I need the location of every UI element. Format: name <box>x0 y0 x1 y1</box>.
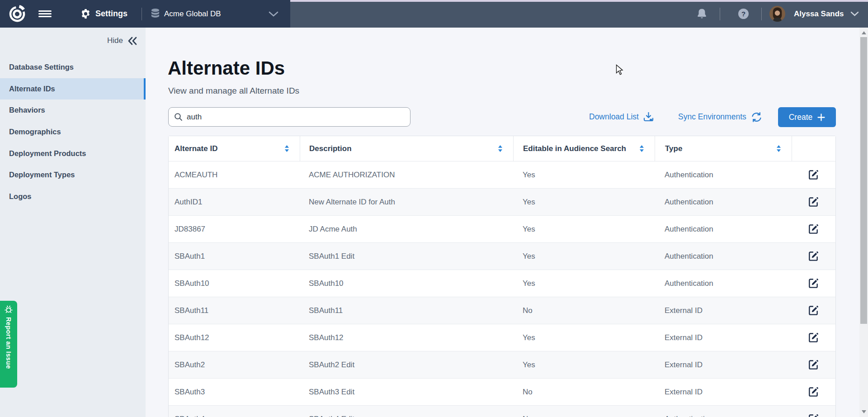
column-header-actions <box>792 136 835 161</box>
description-cell: New Alternate ID for Auth <box>300 189 513 215</box>
database-selector[interactable]: Acme Global DB <box>164 0 221 28</box>
settings-title: Settings <box>95 0 127 28</box>
type-cell: Authentication <box>655 270 792 297</box>
sidebar-item-deployment-products[interactable]: Deployment Products <box>0 142 146 164</box>
description-cell: ACME AUTHORIZATION <box>300 161 513 188</box>
sidebar-item-label: Database Settings <box>9 63 74 71</box>
sort-icon[interactable] <box>776 145 782 152</box>
edit-button[interactable] <box>792 406 835 417</box>
sidebar-item-label: Alternate IDs <box>9 85 55 93</box>
sort-icon[interactable] <box>639 145 645 152</box>
user-avatar[interactable] <box>769 0 785 28</box>
alternate-id-cell: SBAuth4 <box>169 406 300 417</box>
edit-icon <box>808 251 819 262</box>
sidebar-item-label: Demographics <box>9 128 61 136</box>
sidebar-item-behaviors[interactable]: Behaviors <box>0 100 146 121</box>
description-cell: SBAuth4 Edit <box>300 406 513 417</box>
type-cell: Authentication <box>655 243 792 270</box>
user-chevron-down-icon[interactable] <box>850 0 859 28</box>
sync-environments-label: Sync Environments <box>678 112 746 122</box>
download-list-button[interactable]: Download List <box>589 107 654 127</box>
sidebar-item-logos[interactable]: Logos <box>0 186 146 208</box>
column-header-editable[interactable]: Editable in Audience Search <box>513 136 655 161</box>
edit-button[interactable] <box>792 297 835 324</box>
edit-button[interactable] <box>792 270 835 297</box>
download-icon <box>643 112 654 122</box>
column-header-type[interactable]: Type <box>655 136 792 161</box>
alternate-id-cell: SBAuth11 <box>169 297 300 324</box>
bug-icon <box>4 305 13 314</box>
create-button[interactable]: Create <box>778 107 836 127</box>
sort-icon[interactable] <box>284 145 290 152</box>
help-button[interactable]: ? <box>738 0 749 28</box>
hamburger-menu-button[interactable] <box>38 0 52 28</box>
table-row: SBAuth3SBAuth3 EditNoExternal ID <box>169 379 835 406</box>
mouse-cursor <box>616 64 624 77</box>
scrollbar-thumb[interactable] <box>860 37 867 324</box>
edit-button[interactable] <box>792 161 835 188</box>
edit-icon <box>808 359 819 370</box>
editable-cell: No <box>513 297 655 324</box>
table-body: ACMEAUTHACME AUTHORIZATIONYesAuthenticat… <box>169 161 835 417</box>
scrollbar-down-arrow[interactable] <box>862 410 866 413</box>
column-header-alternate-id[interactable]: Alternate ID <box>169 136 300 161</box>
description-cell: SBAuth2 Edit <box>300 351 513 378</box>
editable-cell: No <box>513 406 655 417</box>
plus-icon <box>817 114 825 121</box>
alternate-id-cell: ACMEAUTH <box>169 161 300 188</box>
sidebar-item-alternate-ids[interactable]: Alternate IDs <box>0 78 146 100</box>
search-input[interactable] <box>187 113 405 122</box>
download-list-label: Download List <box>589 112 639 122</box>
report-issue-tab[interactable]: Report an Issue <box>0 301 17 388</box>
description-cell: SBAuth3 Edit <box>300 379 513 405</box>
vertical-scrollbar[interactable] <box>859 28 868 417</box>
alternate-id-cell: AuthID1 <box>169 189 300 215</box>
editable-cell: Yes <box>513 324 655 351</box>
notification-bell-icon[interactable] <box>697 0 707 28</box>
editable-cell: Yes <box>513 351 655 378</box>
edit-icon <box>808 332 819 343</box>
alternate-id-cell: SBAuth12 <box>169 324 300 351</box>
editable-cell: Yes <box>513 243 655 270</box>
create-label: Create <box>789 113 813 122</box>
hide-sidebar-button[interactable]: Hide <box>107 36 137 45</box>
edit-button[interactable] <box>792 243 835 270</box>
table-row: SBAuth2SBAuth2 EditYesExternal ID <box>169 351 835 379</box>
user-name[interactable]: Alyssa Sands <box>794 0 844 28</box>
type-cell: External ID <box>655 379 792 405</box>
table-row: SBAuth10SBAuth10YesAuthentication <box>169 270 835 297</box>
edit-button[interactable] <box>792 379 835 405</box>
sidebar-item-label: Behaviors <box>9 106 45 114</box>
sidebar: Hide Database SettingsAlternate IDsBehav… <box>0 28 146 417</box>
edit-button[interactable] <box>792 324 835 351</box>
edit-icon <box>808 305 819 316</box>
sidebar-item-database-settings[interactable]: Database Settings <box>0 57 146 78</box>
edit-button[interactable] <box>792 216 835 242</box>
editable-cell: Yes <box>513 189 655 215</box>
database-chevron-down-icon[interactable] <box>269 0 278 28</box>
table-row: AuthID1New Alternate ID for AuthYesAuthe… <box>169 189 835 216</box>
table-row: SBAuth4SBAuth4 EditNoAuthentication <box>169 406 835 417</box>
application-window: Settings Acme Global DB ? <box>0 0 868 417</box>
alternate-ids-table: Alternate ID Description Editable in Aud… <box>168 136 836 417</box>
type-cell: Authentication <box>655 189 792 215</box>
report-issue-label: Report an Issue <box>5 317 12 369</box>
scrollbar-up-arrow[interactable] <box>862 31 866 34</box>
column-header-description[interactable]: Description <box>300 136 513 161</box>
type-cell: Authentication <box>655 161 792 188</box>
top-bar: Settings Acme Global DB ? <box>0 0 868 28</box>
sidebar-item-demographics[interactable]: Demographics <box>0 121 146 143</box>
edit-icon <box>808 386 819 398</box>
sidebar-item-label: Deployment Products <box>9 149 86 158</box>
search-box <box>168 107 410 127</box>
edit-button[interactable] <box>792 351 835 378</box>
sort-icon[interactable] <box>497 145 503 152</box>
sidebar-item-deployment-types[interactable]: Deployment Types <box>0 164 146 186</box>
sync-environments-button[interactable]: Sync Environments <box>678 107 762 127</box>
edit-icon <box>808 223 819 235</box>
topbar-divider <box>142 8 142 20</box>
edit-button[interactable] <box>792 189 835 215</box>
type-cell: Authentication <box>655 216 792 242</box>
app-logo-icon[interactable] <box>7 0 27 28</box>
edit-icon <box>808 413 819 417</box>
